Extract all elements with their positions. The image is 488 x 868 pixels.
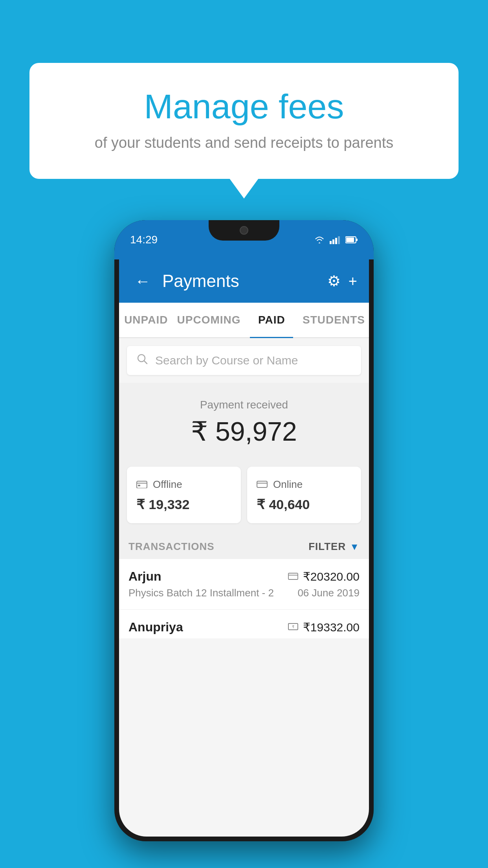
transaction-row-top: Anupriya ₹ ₹19332.00: [128, 620, 360, 634]
svg-rect-11: [138, 485, 140, 486]
svg-rect-14: [288, 573, 298, 579]
tab-paid[interactable]: PAID: [245, 303, 299, 337]
back-button[interactable]: ←: [131, 268, 154, 294]
wifi-icon: [314, 235, 325, 244]
filter-icon: ▼: [350, 541, 360, 552]
app-content: ← Payments ⚙ + UNPAID UPCOMING PAID STUD…: [119, 259, 369, 837]
transaction-amount-wrap: ₹20320.00: [288, 570, 360, 583]
svg-rect-5: [346, 237, 354, 242]
app-bar: ← Payments ⚙ +: [119, 259, 369, 303]
status-icons: [314, 235, 358, 244]
tabs: UNPAID UPCOMING PAID STUDENTS: [119, 303, 369, 338]
filter-button[interactable]: FILTER ▼: [308, 541, 360, 553]
svg-rect-6: [356, 239, 358, 241]
app-title: Payments: [162, 271, 319, 291]
svg-rect-9: [137, 481, 147, 488]
transaction-amount: ₹19332.00: [303, 620, 360, 634]
tab-students[interactable]: STUDENTS: [299, 303, 369, 337]
search-placeholder: Search by Course or Name: [155, 354, 298, 367]
online-card: Online ₹ 40,640: [247, 467, 361, 523]
search-bar[interactable]: Search by Course or Name: [127, 346, 361, 375]
offline-card: Offline ₹ 19,332: [127, 467, 241, 523]
tab-upcoming[interactable]: UPCOMING: [173, 303, 245, 337]
online-card-header: Online: [257, 478, 352, 491]
add-icon[interactable]: +: [349, 273, 357, 290]
status-bar: 14:29: [114, 220, 374, 259]
table-row[interactable]: Arjun ₹20320.00 Physics Batch 12 Install…: [119, 559, 369, 610]
cash-icon: ₹: [288, 621, 298, 634]
online-label: Online: [273, 478, 303, 491]
table-row[interactable]: Anupriya ₹ ₹19332.00: [119, 610, 369, 638]
battery-icon: [345, 236, 358, 244]
app-bar-actions: ⚙ +: [327, 272, 357, 290]
svg-rect-2: [335, 238, 337, 244]
transactions-label: TRANSACTIONS: [128, 541, 215, 553]
settings-icon[interactable]: ⚙: [327, 272, 341, 290]
transaction-row-top: Arjun ₹20320.00: [128, 569, 360, 584]
transaction-row-bottom: Physics Batch 12 Installment - 2 06 June…: [128, 587, 360, 599]
search-icon: [136, 353, 148, 368]
payment-summary: Payment received ₹ 59,972: [119, 383, 369, 459]
phone-container: 14:29: [114, 220, 374, 841]
svg-rect-0: [330, 241, 332, 244]
bubble-title: Manage fees: [61, 86, 427, 127]
svg-text:₹: ₹: [292, 625, 294, 629]
transaction-date: 06 June 2019: [297, 587, 360, 599]
offline-label: Offline: [153, 478, 182, 491]
svg-rect-12: [257, 481, 267, 487]
offline-amount: ₹ 19,332: [136, 497, 231, 512]
offline-icon: [136, 478, 147, 491]
transaction-name: Arjun: [128, 569, 161, 584]
status-time: 14:29: [130, 234, 158, 246]
online-icon: [257, 478, 268, 491]
payment-cards: Offline ₹ 19,332 Online ₹ 40,640: [119, 459, 369, 531]
svg-line-8: [144, 361, 147, 364]
transaction-amount: ₹20320.00: [303, 570, 360, 583]
svg-rect-1: [332, 239, 334, 244]
online-amount: ₹ 40,640: [257, 497, 352, 512]
filter-label: FILTER: [308, 541, 346, 553]
payment-received-label: Payment received: [127, 399, 361, 411]
camera: [240, 226, 248, 235]
card-icon: [288, 570, 298, 583]
tab-unpaid[interactable]: UNPAID: [119, 303, 173, 337]
offline-card-header: Offline: [136, 478, 231, 491]
transactions-header: TRANSACTIONS FILTER ▼: [119, 531, 369, 559]
svg-rect-3: [338, 236, 340, 244]
transaction-amount-wrap: ₹ ₹19332.00: [288, 620, 360, 634]
notch: [209, 220, 279, 241]
transaction-desc: Physics Batch 12 Installment - 2: [128, 587, 274, 599]
payment-total-amount: ₹ 59,972: [127, 416, 361, 447]
transaction-list: Arjun ₹20320.00 Physics Batch 12 Install…: [119, 559, 369, 638]
speech-bubble: Manage fees of your students and send re…: [29, 63, 459, 179]
signal-icon: [330, 235, 341, 244]
transaction-name: Anupriya: [128, 620, 183, 634]
bubble-subtitle: of your students and send receipts to pa…: [61, 134, 427, 151]
